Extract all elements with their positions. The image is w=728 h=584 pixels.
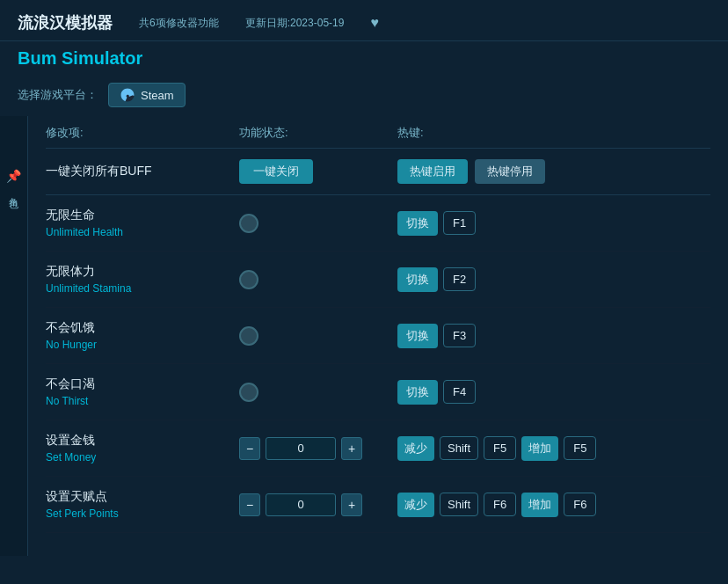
- steam-button-label: Steam: [141, 89, 174, 102]
- fkey-inc-button-1[interactable]: F6: [564, 493, 596, 516]
- switch-button-1[interactable]: 切换: [397, 267, 438, 292]
- toggle-2[interactable]: [239, 326, 258, 346]
- set-mod-rows-container: 设置金钱 Set Money − + 减少 Shift F5 增加 F5 设置天…: [46, 420, 710, 533]
- set-mod-input-wrap-0: − +: [239, 437, 397, 460]
- fkey-inc-button-0[interactable]: F5: [564, 436, 596, 460]
- steam-button[interactable]: Steam: [108, 83, 186, 107]
- column-headers: 修改项: 功能状态: 热键:: [46, 116, 710, 149]
- mod-toggle-area-0: [239, 214, 397, 233]
- mod-toggle-area-3: [239, 383, 397, 402]
- set-mod-input-wrap-1: − +: [239, 493, 397, 516]
- fkey-dec-button-1[interactable]: F6: [484, 493, 516, 516]
- favorite-icon[interactable]: ♥: [370, 15, 379, 31]
- col-header-hotkey: 热键:: [397, 125, 710, 141]
- header-meta-mods: 共6项修改器功能: [139, 16, 219, 31]
- mod-name-cn-2: 不会饥饿: [46, 320, 239, 336]
- fkey-button-3[interactable]: F4: [443, 380, 476, 404]
- all-buff-label: 一键关闭所有BUFF: [46, 164, 239, 179]
- all-buff-status: 一键关闭: [239, 159, 397, 184]
- decrease-button-1[interactable]: 减少: [397, 493, 434, 517]
- sidebar: 📌 角色: [0, 116, 28, 556]
- col-header-mod: 修改项:: [46, 125, 239, 141]
- set-mod-en-0: Set Money: [46, 451, 239, 464]
- col-header-status: 功能状态:: [239, 125, 397, 141]
- mod-toggle-area-1: [239, 270, 397, 289]
- set-mod-cn-1: 设置天赋点: [46, 489, 239, 505]
- value-input-0[interactable]: [266, 437, 336, 460]
- set-mod-input-area-1: − +: [239, 493, 397, 516]
- value-input-1[interactable]: [266, 493, 336, 516]
- switch-button-2[interactable]: 切换: [397, 324, 438, 348]
- set-mod-info-0: 设置金钱 Set Money: [46, 433, 239, 464]
- fkey-button-0[interactable]: F1: [443, 211, 476, 235]
- plus-button-0[interactable]: +: [341, 437, 362, 460]
- mod-rows-container: 无限生命 Unlimited Health 切换 F1 无限体力 Unlimit…: [46, 195, 710, 420]
- header-meta-date: 更新日期:2023-05-19: [245, 16, 345, 31]
- steam-logo-icon: [120, 87, 135, 103]
- toggle-0[interactable]: [239, 214, 258, 233]
- mod-name-en-0: Unlimited Health: [46, 226, 239, 238]
- sidebar-item-label[interactable]: 角色: [7, 190, 20, 193]
- set-mod-input-area-0: − +: [239, 437, 397, 460]
- all-buff-row: 一键关闭所有BUFF 一键关闭 热键启用 热键停用: [46, 149, 710, 195]
- increase-button-1[interactable]: 增加: [521, 493, 558, 517]
- mod-info-3: 不会口渴 No Thirst: [46, 376, 239, 407]
- switch-button-3[interactable]: 切换: [397, 380, 438, 405]
- mod-row: 不会饥饿 No Hunger 切换 F3: [46, 308, 710, 364]
- platform-row: 选择游戏平台： Steam: [0, 77, 728, 116]
- game-title-en: Bum Simulator: [0, 41, 728, 77]
- platform-label: 选择游戏平台：: [18, 87, 98, 103]
- mod-info-1: 无限体力 Unlimited Stamina: [46, 264, 239, 295]
- set-mod-info-1: 设置天赋点 Set Perk Points: [46, 489, 239, 520]
- minus-button-0[interactable]: −: [239, 437, 260, 460]
- mod-name-cn-1: 无限体力: [46, 264, 239, 280]
- hotkey-disable-button[interactable]: 热键停用: [475, 159, 545, 184]
- decrease-button-0[interactable]: 减少: [397, 436, 434, 461]
- set-mod-hotkey-area-0: 减少 Shift F5 增加 F5: [397, 436, 710, 461]
- set-mod-hotkey-area-1: 减少 Shift F6 增加 F6: [397, 493, 710, 517]
- mod-name-en-1: Unlimited Stamina: [46, 282, 239, 295]
- hotkey-enable-button[interactable]: 热键启用: [397, 159, 468, 184]
- mod-name-cn-0: 无限生命: [46, 208, 239, 223]
- pin-icon: 📌: [6, 169, 21, 183]
- minus-button-1[interactable]: −: [239, 493, 260, 516]
- all-buff-hotkeys: 热键启用 热键停用: [397, 159, 545, 184]
- mod-row: 无限生命 Unlimited Health 切换 F1: [46, 195, 710, 252]
- mod-row: 无限体力 Unlimited Stamina 切换 F2: [46, 252, 710, 308]
- set-mod-cn-0: 设置金钱: [46, 433, 239, 449]
- close-all-button[interactable]: 一键关闭: [239, 159, 313, 184]
- fkey-button-1[interactable]: F2: [443, 267, 476, 291]
- mod-name-cn-3: 不会口渴: [46, 376, 239, 392]
- header: 流浪汉模拟器 共6项修改器功能 更新日期:2023-05-19 ♥: [0, 0, 728, 41]
- set-mod-en-1: Set Perk Points: [46, 507, 239, 520]
- switch-button-0[interactable]: 切换: [397, 211, 438, 236]
- mod-hotkey-area-3: 切换 F4: [397, 380, 710, 405]
- set-mod-row: 设置金钱 Set Money − + 减少 Shift F5 增加 F5: [46, 420, 710, 477]
- mod-hotkey-area-0: 切换 F1: [397, 211, 710, 236]
- mod-info-2: 不会饥饿 No Hunger: [46, 320, 239, 351]
- shift-button-dec-1[interactable]: Shift: [440, 493, 478, 516]
- set-mod-row: 设置天赋点 Set Perk Points − + 减少 Shift F6 增加…: [46, 477, 710, 533]
- game-title-cn: 流浪汉模拟器: [18, 12, 113, 33]
- mod-name-en-3: No Thirst: [46, 395, 239, 407]
- plus-button-1[interactable]: +: [341, 493, 362, 516]
- mod-toggle-area-2: [239, 326, 397, 346]
- content-area: 修改项: 功能状态: 热键: 一键关闭所有BUFF 一键关闭 热键启用 热键停用…: [28, 116, 728, 556]
- shift-button-dec-0[interactable]: Shift: [440, 436, 478, 460]
- mod-info-0: 无限生命 Unlimited Health: [46, 208, 239, 238]
- mod-name-en-2: No Hunger: [46, 339, 239, 351]
- mod-row: 不会口渴 No Thirst 切换 F4: [46, 364, 710, 420]
- toggle-1[interactable]: [239, 270, 258, 289]
- fkey-dec-button-0[interactable]: F5: [484, 436, 516, 460]
- mod-hotkey-area-2: 切换 F3: [397, 324, 710, 348]
- mod-hotkey-area-1: 切换 F2: [397, 267, 710, 292]
- fkey-button-2[interactable]: F3: [443, 324, 476, 347]
- main-content: 📌 角色 修改项: 功能状态: 热键: 一键关闭所有BUFF 一键关闭 热键启用…: [0, 116, 728, 556]
- toggle-3[interactable]: [239, 383, 258, 402]
- increase-button-0[interactable]: 增加: [521, 436, 558, 461]
